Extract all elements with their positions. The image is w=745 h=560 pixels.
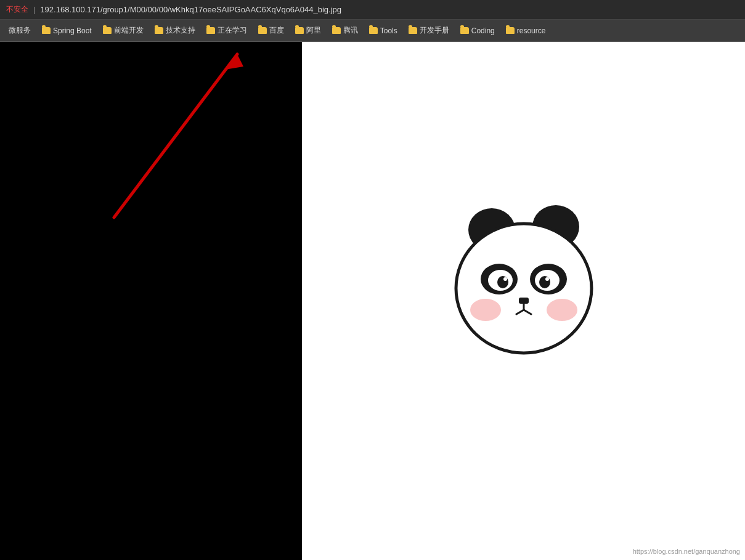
address-bar: 不安全 | 192.168.100.171/group1/M00/00/00/w… (0, 0, 745, 20)
bookmark-label: 开发手册 (420, 25, 449, 36)
svg-point-4 (456, 224, 592, 353)
bookmark-springboot[interactable]: Spring Boot (37, 24, 97, 38)
bookmark-label: 正在学习 (218, 25, 247, 36)
folder-icon (206, 27, 215, 34)
left-panel (0, 42, 302, 560)
folder-icon (103, 27, 112, 34)
folder-icon (332, 27, 341, 34)
url-text: 192.168.100.171/group1/M00/00/00/wKhkq17… (40, 5, 341, 14)
svg-rect-13 (519, 298, 529, 304)
folder-icon (369, 27, 378, 34)
folder-icon (42, 27, 51, 34)
main-content: https://blog.csdn.net/ganquanzhong (0, 42, 745, 560)
svg-line-0 (114, 54, 237, 217)
bookmark-label: Tools (380, 26, 397, 35)
svg-point-12 (545, 277, 549, 281)
bookmark-weifuwu[interactable]: 微服务 (4, 23, 36, 38)
bookmark-label: resource (517, 26, 546, 35)
folder-icon (258, 27, 267, 34)
separator: | (33, 5, 35, 14)
bookmark-tengxun[interactable]: 腾讯 (327, 23, 363, 38)
bookmarks-bar: 微服务Spring Boot前端开发技术支持正在学习百度阿里腾讯Tools开发手… (0, 20, 745, 42)
bookmark-label: Coding (471, 26, 495, 35)
folder-icon (460, 27, 469, 34)
insecure-indicator: 不安全 (6, 4, 28, 15)
bookmark-qianduankaifa[interactable]: 前端开发 (98, 23, 149, 38)
bookmark-label: 百度 (269, 25, 284, 36)
bookmark-kaifashouce[interactable]: 开发手册 (404, 23, 454, 38)
svg-marker-1 (225, 54, 243, 70)
bookmark-label: 前端开发 (114, 25, 144, 36)
red-arrow (0, 42, 302, 227)
bookmark-resource[interactable]: resource (501, 24, 551, 38)
bookmark-label: Spring Boot (53, 26, 92, 35)
bookmark-tools[interactable]: Tools (364, 24, 402, 38)
svg-point-10 (539, 276, 550, 288)
folder-icon (155, 27, 163, 34)
folder-icon (409, 27, 417, 34)
svg-point-17 (470, 299, 501, 321)
bookmark-label: 技术支持 (166, 25, 195, 36)
image-area: https://blog.csdn.net/ganquanzhong (302, 42, 745, 560)
bookmark-jishu[interactable]: 技术支持 (150, 23, 200, 38)
folder-icon (506, 27, 515, 34)
bookmark-coding[interactable]: Coding (455, 24, 500, 38)
bookmark-zhengzaixuexi[interactable]: 正在学习 (202, 23, 252, 38)
bookmark-label: 腾讯 (343, 25, 358, 36)
svg-point-11 (503, 277, 507, 281)
bookmark-baidu[interactable]: 百度 (253, 23, 289, 38)
bookmark-ali[interactable]: 阿里 (290, 23, 326, 38)
folder-icon (295, 27, 304, 34)
svg-point-9 (497, 276, 508, 288)
panda-image (425, 165, 622, 362)
watermark: https://blog.csdn.net/ganquanzhong (633, 548, 740, 555)
bookmark-label: 微服务 (9, 25, 31, 36)
bookmark-label: 阿里 (306, 25, 321, 36)
svg-point-18 (547, 299, 577, 321)
